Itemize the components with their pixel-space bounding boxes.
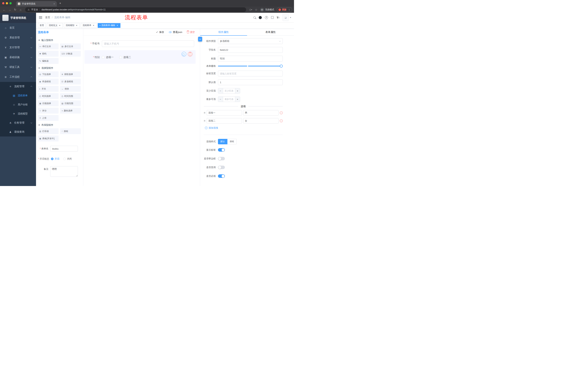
component-palette-item[interactable]: ☑ 多选框组 <box>60 79 81 85</box>
security-label[interactable]: 不安全 <box>31 8 38 11</box>
component-palette-item[interactable]: ☆ 评分 <box>38 108 59 114</box>
component-palette-item[interactable]: ▦ 日期选择 <box>38 100 59 106</box>
toggle-switch[interactable] <box>218 174 225 178</box>
component-palette-item[interactable]: ☝ 按钮 <box>60 128 81 134</box>
min-select-placeholder[interactable]: 至少应选 <box>223 88 235 93</box>
browser-tab[interactable]: 芋道管理系统 × <box>16 1 57 7</box>
stepper-increase-button[interactable]: + <box>235 97 240 102</box>
avatar-caret-icon[interactable]: ▾ <box>290 16 291 19</box>
slider-handle[interactable] <box>280 65 283 67</box>
component-palette-item[interactable]: ▦ 表格[开发中] <box>38 136 59 141</box>
remove-option-icon[interactable]: − <box>280 111 283 114</box>
drag-handle-icon[interactable]: ≡ <box>204 119 205 122</box>
gender-field-widget[interactable]: 性别 选项一 选项二 <box>84 50 196 64</box>
copy-widget-button[interactable] <box>182 52 186 56</box>
bookmark-star-icon[interactable]: ☆ <box>254 7 259 12</box>
component-palette-item[interactable]: ◎ 下拉选择 <box>38 71 59 77</box>
default-value-input[interactable] <box>218 79 283 85</box>
form-name-input[interactable] <box>50 146 78 152</box>
close-window-button[interactable] <box>2 2 4 4</box>
password-key-icon[interactable] <box>249 8 252 11</box>
tab-form-props[interactable]: 表单属性 <box>247 29 294 35</box>
github-icon[interactable] <box>259 16 262 19</box>
tag-close-icon[interactable]: × <box>116 24 119 27</box>
phone-field-widget[interactable]: 手机号 <box>84 39 196 48</box>
component-palette-item[interactable]: ◉ 单选框组 <box>38 79 59 85</box>
breadcrumb-home[interactable]: 首页 <box>45 16 50 19</box>
link-tag-icon[interactable]: ∞ <box>198 37 202 42</box>
tag-item[interactable]: ● 流程表单-编辑 × <box>98 23 120 28</box>
sidebar-menu-item[interactable]: ▣ 基础设施 <box>0 53 36 62</box>
status-on-radio[interactable]: 开启 <box>51 157 59 160</box>
form-grid-slider[interactable] <box>218 66 281 66</box>
add-option-button[interactable]: + 添加选项 <box>205 126 218 130</box>
clear-button[interactable]: 清空 <box>187 31 195 34</box>
gender-option1-checkbox[interactable]: 选项一 <box>102 56 114 59</box>
tab-close-icon[interactable]: × <box>53 2 55 5</box>
tag-item[interactable]: 流程模型 × <box>64 23 80 28</box>
sidebar-menu-item[interactable]: ▤ 流程表单 <box>0 91 36 100</box>
sidebar-menu-item[interactable]: ⌂ 首页 <box>0 23 36 33</box>
sidebar-menu-item[interactable]: ✈ 流程模型 <box>0 109 36 118</box>
label-width-input[interactable] <box>218 71 283 76</box>
view-json-button[interactable]: 查看json <box>169 31 182 34</box>
toggle-switch[interactable] <box>218 157 225 160</box>
drag-handle-icon[interactable]: ≡ <box>204 111 205 115</box>
forward-button[interactable]: → <box>7 7 12 12</box>
option-value-input[interactable] <box>243 110 279 116</box>
address-bar[interactable]: ⚠ 不安全 dashboard.yudao.iocoder.cn/bpm/man… <box>25 7 246 12</box>
sidebar-menu-item[interactable]: ♟ 请假查询 <box>0 128 36 137</box>
sidebar-menu-item[interactable]: ⋔ 任务管理 <box>0 118 36 128</box>
tag-item[interactable]: 流程表单 × <box>81 23 97 28</box>
tag-item[interactable]: 流程定义 × <box>47 23 63 28</box>
update-button[interactable]: 更新 ⋮ <box>277 7 292 12</box>
field-name-input[interactable] <box>218 47 283 53</box>
search-icon[interactable] <box>253 16 256 19</box>
component-type-select[interactable]: 多选框组 <box>218 38 283 44</box>
fullscreen-icon[interactable] <box>271 16 274 19</box>
component-palette-item[interactable]: 123 计数器 <box>60 51 81 57</box>
component-palette-item[interactable]: ▭ 单行文本 <box>38 43 59 49</box>
back-button[interactable]: ← <box>2 7 7 12</box>
stepper-decrease-button[interactable]: − <box>218 97 223 102</box>
remark-textarea[interactable] <box>50 166 78 177</box>
sidebar-menu-item[interactable]: ☺ 用户分组 <box>0 100 36 109</box>
sidebar-logo[interactable]: 芋道管理系统 <box>0 13 36 23</box>
sidebar-menu-item[interactable]: ⚙ 系统管理 <box>0 33 36 43</box>
tag-close-icon[interactable]: × <box>75 24 78 27</box>
component-palette-item[interactable]: ▧ 日期范围 <box>60 100 81 106</box>
component-palette-item[interactable]: ✎ 编辑器 <box>38 58 59 64</box>
toggle-switch[interactable] <box>218 148 225 152</box>
font-size-icon[interactable]: TT <box>277 16 279 19</box>
phone-input[interactable] <box>102 40 194 47</box>
remove-option-icon[interactable]: − <box>280 119 283 122</box>
component-palette-item[interactable]: ◑ 颜色选择 <box>60 108 81 114</box>
title-input[interactable] <box>218 56 283 62</box>
hamburger-menu-icon[interactable] <box>39 16 42 19</box>
component-palette-item[interactable]: ◐ 开关 <box>38 86 59 92</box>
sidebar-menu-item[interactable]: ⚒ 研发工具 <box>0 62 36 72</box>
sidebar-menu-item[interactable]: ≡ 流程管理 <box>0 82 36 91</box>
browser-menu-icon[interactable]: ⋮ <box>288 8 290 11</box>
tag-item[interactable]: 首页 <box>38 23 46 28</box>
component-palette-item[interactable]: ▤ 多行文本 <box>60 43 81 49</box>
status-off-radio[interactable]: 关闭 <box>63 157 72 160</box>
toggle-switch[interactable] <box>218 166 225 169</box>
stepper-increase-button[interactable]: + <box>235 88 240 93</box>
home-button[interactable]: ⌂ <box>18 7 23 12</box>
gender-option2-checkbox[interactable]: 选项二 <box>119 56 131 59</box>
component-palette-item[interactable]: ↥ 上传 <box>38 115 59 121</box>
option-style-button[interactable]: 按钮 <box>227 139 237 144</box>
sidebar-menu-item[interactable]: ≣ 工作流程 <box>0 72 36 82</box>
option-name-input[interactable] <box>207 110 242 116</box>
option-style-default[interactable]: 默认 <box>218 139 227 144</box>
component-palette-item[interactable]: ⋔ 级联选择 <box>60 71 81 77</box>
max-select-placeholder[interactable]: 最多可选 <box>223 97 235 102</box>
option-value-input[interactable] <box>243 118 279 124</box>
component-palette-item[interactable]: ◴ 时间选择 <box>38 93 59 99</box>
save-button[interactable]: ✓ 保存 <box>156 31 164 34</box>
component-palette-item[interactable]: ▥ 行容器 <box>38 128 59 134</box>
component-palette-item[interactable]: ↔ 滑块 <box>60 86 81 92</box>
help-icon[interactable]: ? <box>265 16 268 19</box>
new-tab-button[interactable]: + <box>59 1 61 5</box>
